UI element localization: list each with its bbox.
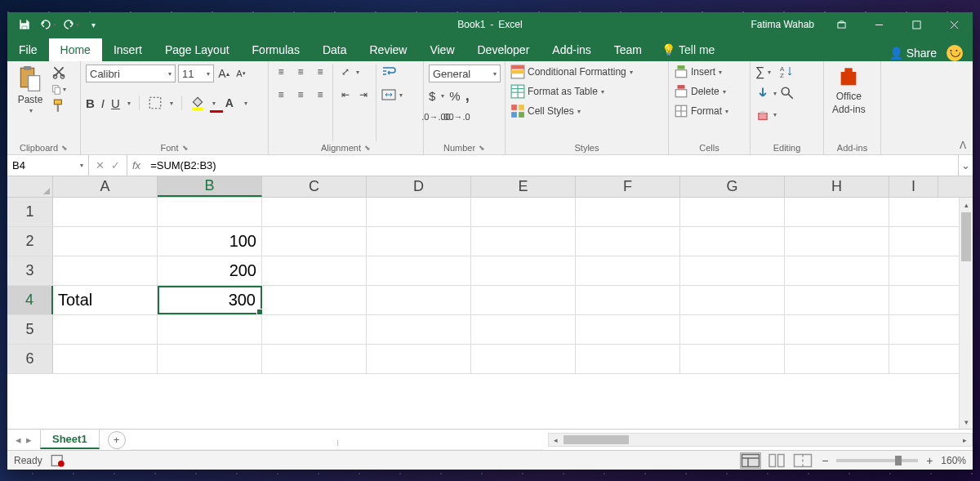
conditional-formatting-button[interactable]: Conditional Formatting▾	[510, 65, 633, 79]
cell-A4[interactable]: Total	[53, 286, 158, 314]
font-name-combo[interactable]: Calibri▾	[86, 65, 176, 82]
cell-E1[interactable]	[471, 198, 576, 226]
row-header-5[interactable]: 5	[7, 315, 53, 344]
cell-F2[interactable]	[576, 227, 680, 256]
save-icon[interactable]	[14, 14, 35, 35]
cell-F1[interactable]	[576, 198, 680, 226]
cell-C6[interactable]	[262, 345, 367, 373]
wrap-text-icon[interactable]	[381, 65, 396, 79]
fill-color-icon[interactable]	[190, 96, 205, 110]
borders-icon[interactable]	[148, 96, 163, 110]
cell-B6[interactable]	[158, 345, 262, 373]
cell-H4[interactable]	[785, 286, 889, 314]
zoom-level[interactable]: 160%	[941, 455, 966, 466]
maximize-icon[interactable]	[898, 12, 935, 37]
col-header-I[interactable]: I	[889, 176, 938, 197]
align-middle-icon[interactable]: ≡	[293, 65, 308, 79]
collapse-ribbon-icon[interactable]: ᐱ	[960, 140, 966, 151]
qat-customize-icon[interactable]: ▾	[82, 14, 104, 35]
col-header-B[interactable]: B	[158, 176, 262, 197]
cell-D1[interactable]	[367, 198, 471, 226]
underline-button[interactable]: U	[111, 96, 120, 110]
paste-button[interactable]: Paste ▾	[12, 65, 48, 116]
dialog-launcher-icon[interactable]: ⬊	[61, 144, 68, 152]
dialog-launcher-icon[interactable]: ⬊	[479, 144, 485, 152]
cell-C1[interactable]	[262, 198, 367, 226]
cell-G2[interactable]	[680, 227, 785, 256]
cell-A5[interactable]	[53, 315, 158, 344]
col-header-E[interactable]: E	[471, 176, 576, 197]
clear-icon[interactable]	[755, 107, 770, 122]
zoom-in-button[interactable]: +	[923, 454, 936, 467]
cell-C4[interactable]	[262, 286, 367, 314]
cell-B4[interactable]: 300	[158, 286, 262, 314]
format-cells-button[interactable]: Format▾	[674, 104, 728, 118]
row-header-1[interactable]: 1	[7, 198, 53, 226]
cell-D4[interactable]	[367, 286, 471, 314]
row-header-3[interactable]: 3	[7, 256, 53, 285]
tab-developer[interactable]: Developer	[466, 38, 541, 61]
cell-H6[interactable]	[785, 345, 889, 373]
decrease-font-icon[interactable]: A▾	[234, 66, 248, 81]
fill-icon[interactable]	[755, 86, 770, 100]
percent-format-icon[interactable]: %	[449, 89, 460, 103]
select-all-corner[interactable]	[7, 176, 53, 197]
number-format-combo[interactable]: General▾	[429, 65, 501, 82]
align-left-icon[interactable]: ≡	[274, 87, 288, 102]
increase-indent-icon[interactable]: ⇥	[356, 87, 371, 102]
tab-page-layout[interactable]: Page Layout	[154, 38, 241, 61]
sheet-nav-arrows[interactable]: ◂▸	[7, 434, 40, 446]
tab-data[interactable]: Data	[311, 38, 359, 61]
copy-icon[interactable]: ▾	[51, 82, 66, 96]
decrease-indent-icon[interactable]: ⇤	[338, 87, 353, 102]
cell-B3[interactable]: 200	[158, 256, 262, 285]
cell-F3[interactable]	[576, 256, 680, 285]
delete-cells-button[interactable]: Delete▾	[674, 84, 726, 99]
sort-filter-icon[interactable]: AZ	[780, 65, 795, 79]
insert-cells-button[interactable]: Insert▾	[674, 65, 722, 79]
cell-A2[interactable]	[53, 227, 158, 256]
find-select-icon[interactable]	[780, 86, 795, 100]
enter-formula-icon[interactable]: ✓	[111, 159, 120, 171]
cell-A3[interactable]	[53, 256, 158, 285]
col-header-D[interactable]: D	[367, 176, 471, 197]
col-header-F[interactable]: F	[576, 176, 680, 197]
merge-center-icon[interactable]	[381, 87, 396, 102]
tab-view[interactable]: View	[418, 38, 466, 61]
cell-A1[interactable]	[53, 198, 158, 226]
cell-C2[interactable]	[262, 227, 367, 256]
italic-button[interactable]: I	[101, 96, 105, 110]
increase-font-icon[interactable]: A▴	[216, 66, 231, 81]
new-sheet-button[interactable]: +	[108, 431, 126, 449]
share-button[interactable]: 👤 Share	[889, 47, 937, 60]
row-header-2[interactable]: 2	[7, 227, 53, 256]
redo-icon[interactable]: ▾	[60, 14, 81, 35]
align-center-icon[interactable]: ≡	[293, 87, 308, 102]
cell-F4[interactable]	[576, 286, 680, 314]
tab-insert[interactable]: Insert	[102, 38, 154, 61]
tab-addins[interactable]: Add-ins	[541, 38, 602, 61]
cell-E5[interactable]	[471, 315, 576, 344]
cell-H2[interactable]	[785, 227, 889, 256]
accounting-format-icon[interactable]: $	[429, 89, 435, 103]
col-header-C[interactable]: C	[262, 176, 367, 197]
cell-E6[interactable]	[471, 345, 576, 373]
tab-formulas[interactable]: Formulas	[241, 38, 311, 61]
align-bottom-icon[interactable]: ≡	[313, 65, 327, 79]
cell-D2[interactable]	[367, 227, 471, 256]
cell-G4[interactable]	[680, 286, 785, 314]
tab-home[interactable]: Home	[49, 38, 102, 61]
cancel-formula-icon[interactable]: ✕	[96, 159, 105, 171]
cell-E3[interactable]	[471, 256, 576, 285]
cell-styles-button[interactable]: Cell Styles▾	[510, 104, 581, 118]
office-addins-button[interactable]: Office Add-ins	[829, 65, 869, 117]
font-size-combo[interactable]: 11▾	[178, 65, 214, 82]
minimize-icon[interactable]	[860, 12, 898, 37]
align-right-icon[interactable]: ≡	[313, 87, 327, 102]
comma-format-icon[interactable]: ,	[466, 87, 470, 105]
cell-G1[interactable]	[680, 198, 785, 226]
tab-team[interactable]: Team	[603, 38, 653, 61]
orientation-icon[interactable]: ⤢	[338, 65, 353, 79]
cell-E4[interactable]	[471, 286, 576, 314]
tell-me-search[interactable]: 💡 Tell me	[653, 38, 723, 61]
